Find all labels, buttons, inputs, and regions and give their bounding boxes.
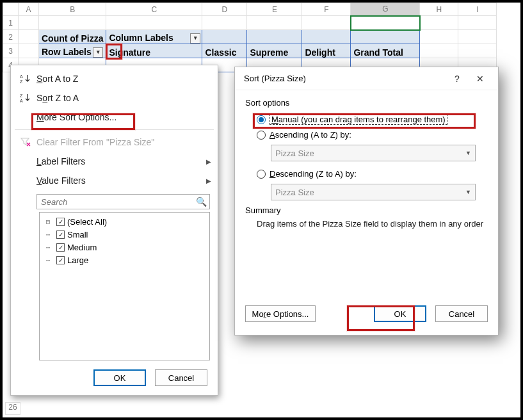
- col-header-H[interactable]: H: [420, 3, 458, 16]
- row-header-2[interactable]: 2: [3, 30, 19, 44]
- option-descending-label: Descending (Z to A) by:: [270, 169, 357, 179]
- checkbox-checked-icon[interactable]: ✓: [56, 218, 65, 226]
- pivot-col-classic[interactable]: Classic: [202, 44, 247, 58]
- callout-more-sort-options: [31, 113, 135, 130]
- search-icon: 🔍: [196, 197, 207, 207]
- option-ascending-label: Ascending (A to Z) by:: [270, 130, 351, 140]
- col-header-F[interactable]: F: [302, 3, 351, 16]
- chevron-right-icon: ▶: [206, 158, 211, 165]
- callout-manual-option: [253, 113, 476, 129]
- filter-item-medium[interactable]: ⋯ ✓ Medium: [42, 241, 207, 254]
- label-filters[interactable]: Label Filters ▶: [11, 152, 218, 171]
- clear-filter-icon: [19, 136, 33, 148]
- help-button[interactable]: ?: [446, 74, 469, 84]
- col-header-G[interactable]: G: [351, 3, 420, 16]
- pivot-col-grandtotal[interactable]: Grand Total: [351, 44, 420, 58]
- col-header-A[interactable]: A: [19, 3, 39, 16]
- blank-icon: [19, 156, 33, 167]
- radio-icon[interactable]: [257, 170, 266, 179]
- col-header-B[interactable]: B: [39, 3, 106, 16]
- descending-field-select[interactable]: Pizza Size ▼: [271, 184, 476, 200]
- sort-z-to-a[interactable]: ZA Sort Z to A: [11, 88, 218, 108]
- row-labels-filter-button[interactable]: ▾: [93, 47, 103, 58]
- clear-filter: Clear Filter From "Pizza Size": [11, 133, 218, 152]
- value-filters-label: Value Filters: [36, 175, 206, 186]
- spreadsheet-grid: A B C D E F G H I 1 2 Count of Pizza Col…: [3, 3, 520, 72]
- more-options-button[interactable]: More Options...: [245, 305, 316, 322]
- filter-ok-button[interactable]: OK: [93, 369, 146, 386]
- callout-ok-button: [347, 305, 415, 331]
- select-value: Pizza Size: [275, 149, 314, 158]
- filter-item-large[interactable]: ⋯ ✓ Large: [42, 254, 207, 266]
- collapse-icon: ⊟: [42, 218, 54, 226]
- sort-options-label: Sort options: [245, 98, 488, 108]
- active-cell-G1[interactable]: [351, 16, 420, 30]
- filter-item-label: Large: [67, 255, 88, 265]
- filter-items-tree[interactable]: ⊟ ✓ (Select All) ⋯ ✓ Small ⋯ ✓ Medium ⋯ …: [39, 212, 210, 360]
- filter-item-label: (Select All): [67, 217, 107, 227]
- ascending-field-select[interactable]: Pizza Size ▼: [271, 145, 476, 161]
- checkbox-checked-icon[interactable]: ✓: [56, 256, 65, 264]
- pivot-col-delight[interactable]: Delight: [302, 44, 351, 58]
- svg-text:Z: Z: [20, 79, 23, 84]
- filter-cancel-button[interactable]: Cancel: [155, 369, 207, 386]
- col-header-C[interactable]: C: [106, 3, 202, 16]
- blank-icon: [19, 175, 33, 186]
- sort-cancel-button[interactable]: Cancel: [435, 305, 488, 322]
- row-header-26[interactable]: 26: [5, 402, 20, 415]
- select-value: Pizza Size: [275, 188, 314, 197]
- sort-a-to-z[interactable]: AZ Sort A to Z: [11, 69, 218, 88]
- checkbox-checked-icon[interactable]: ✓: [56, 230, 65, 239]
- summary-label: Summary: [245, 206, 488, 215]
- pivot-row-labels: Row Labels: [42, 47, 92, 57]
- pivot-col-supreme[interactable]: Supreme: [247, 44, 302, 58]
- dialog-title: Sort (Pizza Size): [244, 74, 446, 83]
- pivot-column-labels: Column Labels: [109, 33, 173, 43]
- chevron-down-icon: ▼: [465, 189, 471, 195]
- checkbox-checked-icon[interactable]: ✓: [56, 243, 65, 252]
- chevron-right-icon: ▶: [206, 177, 211, 184]
- row-header-3[interactable]: 3: [3, 44, 19, 58]
- col-header-D[interactable]: D: [202, 3, 247, 16]
- chevron-down-icon: ▼: [465, 150, 471, 156]
- filter-item-select-all[interactable]: ⊟ ✓ (Select All): [42, 215, 207, 228]
- blank-icon: [19, 111, 33, 123]
- option-descending[interactable]: Descending (Z to A) by:: [245, 166, 488, 181]
- svg-text:A: A: [20, 99, 23, 103]
- radio-icon[interactable]: [257, 131, 266, 140]
- more-options-label: More Options...: [252, 309, 309, 319]
- sort-za-label: Sort Z to A: [36, 93, 211, 103]
- sort-dialog: Sort (Pizza Size) ? ✕ Sort options Manua…: [234, 67, 499, 335]
- value-filters[interactable]: Value Filters ▶: [11, 171, 218, 190]
- clear-filter-label: Clear Filter From "Pizza Size": [36, 137, 211, 147]
- pivot-count-label[interactable]: Count of Pizza: [39, 30, 106, 44]
- select-all-corner[interactable]: [3, 3, 19, 16]
- svg-text:Z: Z: [20, 93, 23, 98]
- sort-za-icon: ZA: [19, 92, 33, 104]
- summary-text: Drag items of the Pizza Size field to di…: [257, 219, 488, 229]
- svg-text:A: A: [20, 74, 23, 79]
- filter-item-label: Small: [67, 230, 88, 239]
- sort-az-icon: AZ: [19, 73, 33, 85]
- option-ascending[interactable]: Ascending (A to Z) by:: [245, 127, 488, 142]
- close-button[interactable]: ✕: [469, 74, 492, 84]
- sort-az-label: Sort A to Z: [36, 74, 211, 84]
- dialog-titlebar[interactable]: Sort (Pizza Size) ? ✕: [235, 67, 498, 90]
- search-input[interactable]: [40, 197, 196, 207]
- search-input-wrap[interactable]: 🔍: [36, 194, 210, 209]
- filter-item-label: Medium: [67, 243, 97, 252]
- callout-row-filter-button: [106, 44, 122, 60]
- col-header-I[interactable]: I: [458, 3, 497, 16]
- filter-item-small[interactable]: ⋯ ✓ Small: [42, 228, 207, 241]
- column-labels-filter-button[interactable]: ▾: [190, 33, 200, 44]
- row-header-1[interactable]: 1: [3, 16, 19, 30]
- label-filters-label: Label Filters: [36, 156, 206, 166]
- col-header-E[interactable]: E: [247, 3, 302, 16]
